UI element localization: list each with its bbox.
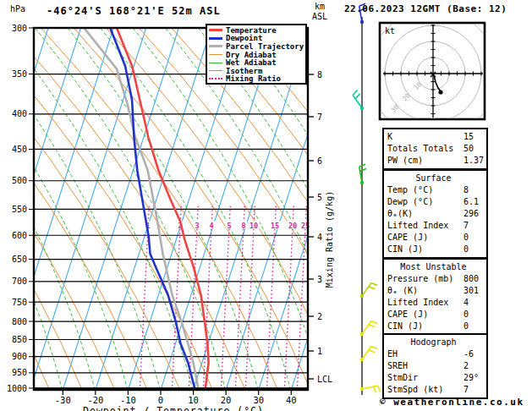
wind-barb — [360, 346, 377, 361]
pressure-tick-label: 450 — [12, 145, 27, 154]
pressure-tick-label: 800 — [12, 317, 27, 326]
table-row: CAPE (J)0 — [387, 232, 486, 244]
table-row-label: CAPE (J) — [387, 309, 463, 321]
table-row: Dewp (°C)6.1 — [387, 196, 486, 208]
pressure-tick-label: 650 — [12, 255, 27, 264]
mixing-ratio-value: 8 — [241, 222, 245, 230]
table-header: Surface — [387, 173, 486, 184]
legend-label: Temperature — [226, 26, 277, 35]
mixing-ratio-value: 10 — [250, 222, 258, 230]
table-row: CIN (J)0 — [387, 244, 486, 255]
table-row: EH-6 — [387, 348, 486, 360]
table-row: PW (cm)1.37 — [387, 155, 486, 167]
mixing-axis-label: Mixing Ratio (g/kg) — [325, 191, 334, 288]
table-row: Temp (°C)8 — [387, 184, 486, 196]
pressure-tick-label: 550 — [12, 205, 27, 214]
surface-table: SurfaceTemp (°C)8Dewp (°C)6.1θₑ(K)296Lif… — [382, 169, 488, 259]
km-tick-label: 4 — [317, 233, 322, 242]
km-tick-label: 3 — [317, 275, 322, 284]
table-row-value: 4 — [463, 297, 486, 309]
km-tick-label: 1 — [317, 347, 322, 356]
mixing-ratio-value: 4 — [209, 222, 213, 230]
mixing-ratio-value: 5 — [227, 222, 231, 230]
pressure-tick-label: 700 — [12, 277, 27, 286]
table-row-label: SREH — [387, 360, 463, 372]
hodograph-ring-label: 30 — [390, 103, 401, 114]
hodograph-ring-label: 10 — [412, 80, 423, 91]
table-row-value: -6 — [463, 348, 486, 360]
legend-item: Mixing Ratio — [209, 75, 305, 84]
temperature-tick-label: 0 — [158, 395, 163, 405]
table-row-value: 301 — [463, 285, 486, 297]
temperature-axis: -30-20-10010203040Dewpoint / Temperature… — [55, 390, 297, 411]
wind-barb — [360, 282, 377, 298]
wind-barb-column — [353, 3, 381, 395]
km-tick-label: 7 — [317, 112, 322, 122]
legend-label: Dry Adiabat — [226, 51, 277, 59]
table-row-label: K — [387, 131, 463, 143]
table-row-label: Lifted Index — [387, 220, 463, 232]
legend-swatch-mixing-ratio — [209, 78, 222, 79]
table-row-label: PW (cm) — [387, 155, 463, 167]
table-row-value: 0 — [463, 244, 486, 255]
table-header: Most Unstable — [387, 261, 486, 273]
table-row-label: Totals Totals — [387, 143, 463, 155]
table-row-label: Pressure (mb) — [387, 273, 463, 285]
pressure-tick-label: 950 — [12, 368, 27, 377]
legend-item: Wet Adiabat — [209, 58, 305, 67]
legend-label: Isotherm — [226, 67, 262, 75]
most-unstable-table: Most UnstablePressure (mb)800θₑ (K)301Li… — [382, 258, 488, 336]
temperature-tick-label: -30 — [55, 395, 71, 405]
pressure-tick-label: 1000 — [7, 384, 27, 393]
km-tick-label: 6 — [317, 156, 322, 166]
wind-barb — [360, 386, 381, 392]
hodograph-ring-label: 20 — [401, 91, 412, 102]
mixing-ratio-value: 3 — [195, 222, 199, 230]
legend-label: Mixing Ratio — [226, 74, 281, 83]
table-row: Lifted Index7 — [387, 220, 486, 232]
pressure-tick-label: 300 — [12, 24, 27, 33]
table-row: StmDir29° — [387, 372, 486, 384]
table-row-label: CIN (J) — [387, 244, 463, 255]
legend-swatch-wet-adiabat — [209, 63, 222, 63]
pressure-tick-label: 750 — [12, 298, 27, 307]
table-row-value: 6.1 — [463, 196, 486, 208]
km-tick-label: 8 — [317, 70, 322, 79]
table-row-value: 15 — [463, 131, 486, 143]
table-row-value: 800 — [463, 273, 486, 285]
table-row: θₑ(K)296 — [387, 208, 486, 220]
table-row: θₑ (K)301 — [387, 285, 486, 297]
table-row-value: 7 — [463, 220, 486, 232]
legend-swatch-isotherm — [209, 70, 222, 71]
pressure-tick-label: 350 — [12, 69, 27, 79]
hodograph-storm-dot — [438, 90, 442, 94]
table-row-label: CIN (J) — [387, 321, 463, 332]
table-row-label: StmSpd (kt) — [387, 384, 463, 396]
pressure-tick-label: 850 — [12, 335, 27, 344]
temperature-tick-label: 40 — [286, 395, 297, 405]
temperature-tick-label: -10 — [120, 395, 136, 405]
temperature-tick-label: 20 — [221, 395, 232, 405]
mixing-ratio-value: 15 — [271, 222, 279, 230]
table-row: Pressure (mb)800 — [387, 273, 486, 285]
x-axis-label: Dewpoint / Temperature (°C) — [83, 405, 264, 411]
table-row-value: 0 — [463, 321, 486, 332]
legend-label: Wet Adiabat — [226, 58, 277, 67]
table-row: Lifted Index4 — [387, 297, 486, 309]
legend-item: Temperature — [209, 26, 305, 35]
table-row-value: 50 — [463, 143, 486, 155]
legend-item: Dry Adiabat — [209, 51, 305, 59]
table-row: CIN (J)0 — [387, 321, 486, 332]
table-row-value: 29° — [463, 372, 486, 384]
table-row-value: 1.37 — [463, 155, 486, 167]
table-row-value: 8 — [463, 184, 486, 196]
table-row-value: 0 — [463, 232, 486, 244]
table-row-label: EH — [387, 348, 463, 360]
legend-item: Parcel Trajectory — [209, 42, 305, 51]
legend-swatch-dewpoint — [209, 37, 222, 40]
skewt-sounding-page: { "header": { "title_left": "-46°24'S 16… — [0, 0, 532, 411]
table-row-value: 296 — [463, 208, 486, 220]
pressure-tick-label: 400 — [12, 109, 27, 118]
lcl-label: LCL — [317, 375, 332, 384]
height-axis-unit-asl: ASL — [312, 12, 327, 21]
